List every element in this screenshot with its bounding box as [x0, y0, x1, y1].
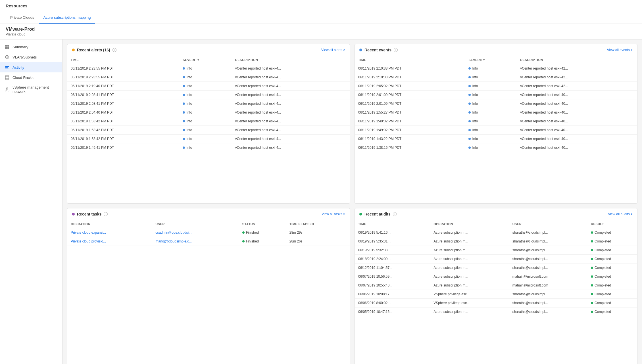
vm-header: VMware-Prod Private cloud — [0, 24, 642, 39]
view-all-events-link[interactable]: View all events > — [607, 48, 633, 52]
table-row[interactable]: 06/06/2019 10:08:17... VSphere privilege… — [355, 290, 637, 299]
tasks-info-icon[interactable]: i — [104, 212, 108, 216]
tab-azure-mapping[interactable]: Azure subscriptions mapping — [39, 12, 95, 24]
events-table-container: TIME SEVERITY DESCRIPTION 06/11/2019 2:1… — [355, 56, 637, 203]
network-icon — [5, 87, 10, 92]
table-row[interactable]: 06/11/2019 1:53:42 PM PDT Info vCenter r… — [67, 126, 350, 135]
audit-time: 06/07/2019 10:55:40... — [355, 281, 430, 290]
audit-user: sharaths@cloudsimpl... — [509, 237, 587, 246]
event-severity: Info — [465, 135, 517, 143]
table-row[interactable]: 06/06/2019 8:00:02 ... VSphere privilege… — [355, 299, 637, 307]
audit-time: 06/19/2019 5:35:31 ... — [355, 237, 430, 246]
alert-time: 06/11/2019 2:23:55 PM PDT — [67, 73, 179, 82]
table-row[interactable]: 06/11/2019 2:05:02 PM PDT Info vCenter r… — [355, 82, 637, 91]
events-dot — [359, 49, 362, 51]
sidebar-item-summary[interactable]: Summary — [0, 42, 62, 52]
alert-severity: Info — [179, 82, 232, 91]
audits-info-icon[interactable]: i — [393, 212, 397, 216]
table-row[interactable]: 06/11/2019 1:55:27 PM PDT Info vCenter r… — [355, 108, 637, 117]
sidebar-item-activity[interactable]: Activity — [0, 62, 62, 72]
task-user: csadmin@ops.cloudsi... — [152, 228, 239, 237]
audit-operation: VSphere privilege esc... — [430, 290, 509, 299]
table-row[interactable]: 06/07/2019 10:55:40... Azure subscriptio… — [355, 281, 637, 290]
top-bar: Resources — [0, 0, 642, 12]
audit-time: 06/19/2019 5:32:38 ... — [355, 246, 430, 255]
table-row[interactable]: 06/11/2019 2:23:55 PM PDT Info vCenter r… — [67, 64, 350, 73]
page-title: Resources — [6, 3, 636, 8]
table-row[interactable]: 06/11/2019 1:49:41 PM PDT Info vCenter r… — [67, 143, 350, 152]
sidebar-item-vlan[interactable]: VLAN/Subnets — [0, 52, 62, 62]
alert-description: vCenter reported host esxi-4... — [232, 99, 350, 108]
event-time: 06/11/2019 1:55:27 PM PDT — [355, 108, 465, 117]
audit-user: sharaths@cloudsimpl... — [509, 263, 587, 272]
alert-description: vCenter reported host esxi-4... — [232, 73, 350, 82]
audit-result: Completed — [587, 307, 637, 316]
table-row[interactable]: 06/07/2019 10:56:59... Azure subscriptio… — [355, 272, 637, 281]
main-content: Recent alerts (16) i View all alerts > T… — [62, 39, 642, 364]
svg-rect-12 — [5, 77, 9, 78]
table-row[interactable]: 06/19/2019 5:35:31 ... Azure subscriptio… — [355, 237, 637, 246]
table-row[interactable]: Private cloud provisio... manoj@cloudsim… — [67, 237, 350, 246]
audit-time: 06/12/2019 11:04:57... — [355, 263, 430, 272]
tasks-col-user: USER — [152, 220, 239, 228]
view-all-alerts-link[interactable]: View all alerts > — [321, 48, 345, 52]
tab-private-clouds[interactable]: Private Clouds — [6, 12, 39, 24]
table-row[interactable]: Private cloud expansi... csadmin@ops.clo… — [67, 228, 350, 237]
audit-time: 06/07/2019 10:56:59... — [355, 272, 430, 281]
table-row[interactable]: 06/11/2019 1:38:16 PM PDT Info vCenter r… — [355, 143, 637, 152]
table-row[interactable]: 06/18/2019 2:24:09 ... Azure subscriptio… — [355, 255, 637, 263]
table-row[interactable]: 06/11/2019 2:10:33 PM PDT Info vCenter r… — [355, 64, 637, 73]
table-row[interactable]: 06/11/2019 2:04:40 PM PDT Info vCenter r… — [67, 108, 350, 117]
table-row[interactable]: 06/19/2019 5:32:38 ... Azure subscriptio… — [355, 246, 637, 255]
table-row[interactable]: 06/11/2019 2:08:41 PM PDT Info vCenter r… — [67, 99, 350, 108]
table-row[interactable]: 06/11/2019 1:53:42 PM PDT Info vCenter r… — [67, 117, 350, 126]
table-row[interactable]: 06/11/2019 1:49:02 PM PDT Info vCenter r… — [355, 117, 637, 126]
table-row[interactable]: 06/19/2019 5:41:16 ... Azure subscriptio… — [355, 228, 637, 237]
svg-rect-10 — [5, 68, 9, 68]
events-info-icon[interactable]: i — [394, 48, 398, 52]
audits-dot — [359, 213, 362, 216]
sidebar-label-vsphere: vSphere management network — [12, 85, 58, 94]
table-row[interactable]: 06/11/2019 1:49:02 PM PDT Info vCenter r… — [355, 126, 637, 135]
audit-result: Completed — [587, 255, 637, 263]
events-col-time: TIME — [355, 56, 465, 64]
audit-time: 06/06/2019 10:08:17... — [355, 290, 430, 299]
table-row[interactable]: 06/11/2019 2:23:55 PM PDT Info vCenter r… — [67, 73, 350, 82]
svg-point-14 — [7, 88, 8, 89]
sidebar-item-cloud-racks[interactable]: Cloud Racks — [0, 72, 62, 83]
table-row[interactable]: 06/11/2019 2:08:41 PM PDT Info vCenter r… — [67, 91, 350, 99]
view-all-tasks-link[interactable]: View all tasks > — [322, 212, 345, 216]
event-description: vCenter reported host esxi-42... — [517, 64, 637, 73]
alert-description: vCenter reported host esxi-4... — [232, 143, 350, 152]
alerts-info-icon[interactable]: i — [112, 48, 116, 52]
events-title: Recent events — [364, 48, 391, 52]
alert-time: 06/11/2019 2:08:41 PM PDT — [67, 99, 179, 108]
view-all-audits-link[interactable]: View all audits > — [608, 212, 633, 216]
table-row[interactable]: 06/11/2019 2:01:09 PM PDT Info vCenter r… — [355, 91, 637, 99]
sidebar-item-vsphere[interactable]: vSphere management network — [0, 83, 62, 96]
tab-bar: Private Clouds Azure subscriptions mappi… — [0, 12, 642, 24]
sidebar-label-vlan: VLAN/Subnets — [12, 55, 37, 59]
table-row[interactable]: 06/05/2019 10:47:16... Azure subscriptio… — [355, 307, 637, 316]
table-row[interactable]: 06/12/2019 11:04:57... Azure subscriptio… — [355, 263, 637, 272]
audit-result: Completed — [587, 228, 637, 237]
table-row[interactable]: 06/11/2019 2:01:09 PM PDT Info vCenter r… — [355, 99, 637, 108]
audit-result: Completed — [587, 299, 637, 307]
event-time: 06/11/2019 2:05:02 PM PDT — [355, 82, 465, 91]
audit-operation: Azure subscription m... — [430, 272, 509, 281]
audit-user: sharaths@cloudsimpl... — [509, 307, 587, 316]
alerts-col-description: DESCRIPTION — [232, 56, 350, 64]
alert-description: vCenter reported host esxi-4... — [232, 108, 350, 117]
alert-description: vCenter reported host esxi-4... — [232, 135, 350, 143]
table-row[interactable]: 06/11/2019 1:53:42 PM PDT Info vCenter r… — [67, 135, 350, 143]
audit-operation: VSphere privilege esc... — [430, 299, 509, 307]
alert-description: vCenter reported host esxi-4... — [232, 117, 350, 126]
table-row[interactable]: 06/11/2019 2:10:33 PM PDT Info vCenter r… — [355, 73, 637, 82]
table-row[interactable]: 06/11/2019 1:43:22 PM PDT Info vCenter r… — [355, 135, 637, 143]
sidebar-label-activity: Activity — [12, 65, 24, 70]
table-row[interactable]: 06/11/2019 2:19:40 PM PDT Info vCenter r… — [67, 82, 350, 91]
alert-time: 06/11/2019 1:49:41 PM PDT — [67, 143, 179, 152]
tasks-col-status: STATUS — [239, 220, 286, 228]
svg-line-18 — [7, 89, 9, 90]
alert-severity: Info — [179, 143, 232, 152]
